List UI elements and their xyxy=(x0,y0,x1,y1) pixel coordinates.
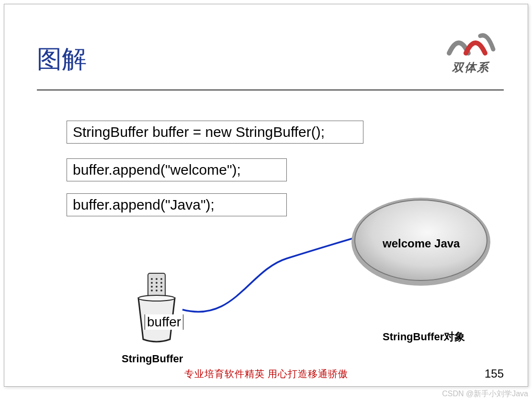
watermark-text: CSDN @新手小刘学Java xyxy=(442,389,528,399)
svg-point-12 xyxy=(160,290,162,291)
svg-point-5 xyxy=(156,282,158,284)
svg-point-3 xyxy=(160,278,162,280)
svg-point-10 xyxy=(151,290,153,291)
object-class-label: StringBuffer对象 xyxy=(383,330,465,344)
svg-point-11 xyxy=(156,290,158,291)
brand-logo: 双体系 xyxy=(440,30,502,83)
svg-point-4 xyxy=(151,282,153,284)
title-underline xyxy=(37,89,504,90)
code-line-2: buffer.append("welcome"); xyxy=(67,158,287,181)
diagram-area: buffer StringBuffer welcome Jav xyxy=(4,184,528,386)
cup-class-label: StringBuffer xyxy=(122,353,183,365)
svg-point-9 xyxy=(160,286,162,288)
slide-container: 图解 双体系 StringBuffer buffer = new StringB… xyxy=(4,4,528,387)
slide-title: 图解 xyxy=(37,43,87,76)
svg-point-13 xyxy=(138,295,175,301)
svg-point-6 xyxy=(160,282,162,284)
svg-point-1 xyxy=(151,278,153,280)
footer-slogan: 专业培育软件精英 用心打造移通骄傲 xyxy=(4,368,528,380)
logo-text: 双体系 xyxy=(440,60,502,75)
svg-point-2 xyxy=(156,278,158,280)
code-line-1: StringBuffer buffer = new StringBuffer()… xyxy=(67,121,363,144)
object-value-text: welcome Java xyxy=(383,237,460,250)
svg-point-8 xyxy=(156,286,158,288)
page-number: 155 xyxy=(485,367,504,380)
svg-point-7 xyxy=(151,286,153,288)
